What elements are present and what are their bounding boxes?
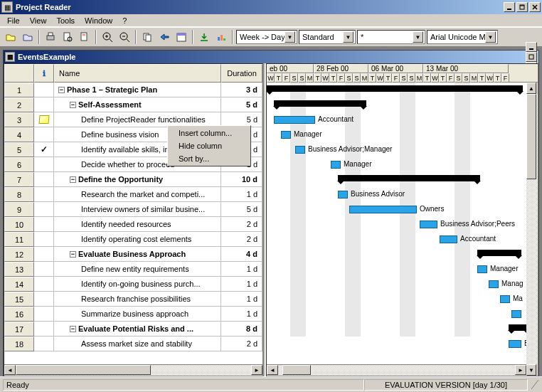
table-row[interactable]: 2−Self-Assessment5 d bbox=[4, 97, 262, 112]
scroll-thumb[interactable] bbox=[526, 94, 536, 179]
gantt-task-bar[interactable] bbox=[477, 265, 487, 273]
export-icon[interactable] bbox=[196, 29, 212, 45]
scroll-thumb[interactable] bbox=[282, 365, 311, 375]
task-name-cell[interactable]: Define new entity requirements bbox=[54, 262, 221, 277]
task-name-cell[interactable]: −Phase 1 – Strategic Plan bbox=[54, 83, 221, 97]
row-number[interactable]: 7 bbox=[4, 172, 34, 187]
copy-icon[interactable] bbox=[139, 29, 155, 45]
gantt-summary-bar[interactable] bbox=[338, 175, 480, 181]
scroll-thumb[interactable] bbox=[16, 365, 151, 375]
table-row[interactable]: 8Research the market and competi...1 d bbox=[4, 187, 262, 202]
zoomin-icon[interactable] bbox=[100, 29, 115, 45]
gantt-task-bar[interactable] bbox=[295, 146, 305, 154]
gantt-task-bar[interactable] bbox=[511, 310, 521, 318]
row-number[interactable]: 17 bbox=[4, 322, 34, 337]
maximize-button[interactable] bbox=[516, 2, 528, 12]
open-icon[interactable] bbox=[3, 29, 18, 45]
row-number[interactable]: 12 bbox=[4, 247, 34, 262]
gantt-hscrollbar[interactable]: ◄ ► bbox=[267, 364, 526, 376]
row-number[interactable]: 2 bbox=[4, 97, 34, 112]
table-row[interactable]: 16Summarize business approach1 d bbox=[4, 307, 262, 322]
collapse-icon[interactable]: − bbox=[70, 251, 76, 258]
close-button[interactable] bbox=[529, 2, 541, 12]
col-header-name[interactable]: Name bbox=[54, 64, 221, 83]
collapse-icon[interactable]: − bbox=[70, 176, 76, 183]
menu-tools[interactable]: Tools bbox=[52, 16, 79, 26]
table-row[interactable]: 18Assess market size and stability2 d bbox=[4, 337, 262, 351]
row-number[interactable]: 6 bbox=[4, 157, 34, 172]
child-minimize-button[interactable] bbox=[526, 42, 537, 52]
gantt-task-bar[interactable] bbox=[331, 161, 341, 169]
col-header-duration[interactable]: Duration bbox=[221, 64, 262, 83]
gantt-vscrollbar[interactable]: ▲ ▼ bbox=[526, 83, 538, 376]
menu-view[interactable]: View bbox=[26, 16, 51, 26]
chart-icon[interactable] bbox=[213, 29, 229, 45]
row-number[interactable]: 3 bbox=[4, 112, 34, 127]
collapse-icon[interactable]: − bbox=[70, 326, 76, 332]
scroll-right-icon[interactable]: ► bbox=[251, 365, 262, 375]
row-number[interactable]: 13 bbox=[4, 262, 34, 277]
row-number[interactable]: 18 bbox=[4, 337, 34, 351]
task-name-cell[interactable]: −Define the Opportunity bbox=[54, 172, 221, 187]
gantt-task-bar[interactable] bbox=[489, 280, 499, 288]
row-number[interactable]: 5 bbox=[4, 142, 34, 157]
timescale-combo[interactable]: Week -> Day▼ bbox=[236, 30, 297, 44]
col-header-rownum[interactable] bbox=[4, 64, 34, 83]
task-name-cell[interactable]: Identify on-going business purch... bbox=[54, 277, 221, 292]
minimize-button[interactable] bbox=[504, 2, 515, 12]
child-maximize-button[interactable] bbox=[526, 52, 537, 62]
task-name-cell[interactable]: Summarize business approach bbox=[54, 307, 221, 322]
table-row[interactable]: 9Interview owners of similar busine...5 … bbox=[4, 202, 262, 217]
gantt-task-bar[interactable] bbox=[440, 235, 457, 243]
row-number[interactable]: 8 bbox=[4, 187, 34, 202]
gantt-task-bar[interactable] bbox=[500, 295, 510, 303]
zoomout-icon[interactable] bbox=[117, 29, 132, 45]
grid-hscrollbar[interactable]: ◄ ► bbox=[4, 364, 262, 376]
gantt-task-bar[interactable] bbox=[281, 131, 291, 139]
scroll-up-icon[interactable]: ▲ bbox=[526, 83, 536, 94]
task-name-cell[interactable]: Identify needed resources bbox=[54, 217, 221, 232]
table-row[interactable]: 12−Evaluate Business Approach4 d bbox=[4, 247, 262, 262]
task-name-cell[interactable]: Assess market size and stability bbox=[54, 337, 221, 351]
table-row[interactable]: 17−Evaluate Potential Risks and ...8 d bbox=[4, 322, 262, 337]
row-number[interactable]: 1 bbox=[4, 83, 34, 97]
ctx-insert-column[interactable]: Insert column... bbox=[169, 127, 250, 139]
table-row[interactable]: 10Identify needed resources2 d bbox=[4, 217, 262, 232]
table-row[interactable]: 11Identify operating cost elements2 d bbox=[4, 232, 262, 247]
task-name-cell[interactable]: Research franchise possibilities bbox=[54, 292, 221, 307]
menu-help[interactable]: ? bbox=[118, 16, 131, 26]
gantt-task-bar[interactable] bbox=[274, 116, 315, 124]
gantt-summary-bar[interactable] bbox=[267, 85, 523, 92]
scroll-right-icon[interactable]: ► bbox=[515, 365, 526, 375]
table-row[interactable]: 15Research franchise possibilities1 d bbox=[4, 292, 262, 307]
row-number[interactable]: 11 bbox=[4, 232, 34, 247]
print-icon[interactable] bbox=[43, 29, 58, 45]
openserver-icon[interactable] bbox=[20, 29, 36, 45]
row-number[interactable]: 10 bbox=[4, 217, 34, 232]
menu-file[interactable]: File bbox=[3, 16, 24, 26]
printpreview-icon[interactable] bbox=[60, 29, 75, 45]
menu-window[interactable]: Window bbox=[80, 16, 117, 26]
ctx-hide-column[interactable]: Hide column bbox=[169, 139, 250, 152]
view-combo[interactable]: Standard▼ bbox=[299, 30, 356, 44]
gantt-task-bar[interactable] bbox=[349, 206, 417, 213]
gantt-summary-bar[interactable] bbox=[477, 250, 521, 256]
table-row[interactable]: 7−Define the Opportunity10 d bbox=[4, 172, 262, 187]
col-header-info[interactable]: ℹ bbox=[34, 64, 54, 83]
goto-icon[interactable] bbox=[156, 29, 172, 45]
gantt-task-bar[interactable] bbox=[338, 191, 348, 198]
task-name-cell[interactable]: −Evaluate Potential Risks and ... bbox=[54, 322, 221, 337]
page-setup-icon[interactable] bbox=[77, 29, 92, 45]
task-name-cell[interactable]: −Self-Assessment bbox=[54, 97, 221, 112]
task-name-cell[interactable]: −Evaluate Business Approach bbox=[54, 247, 221, 262]
row-number[interactable]: 14 bbox=[4, 277, 34, 292]
resize-grip-icon[interactable] bbox=[528, 380, 539, 390]
table-row[interactable]: 1−Phase 1 – Strategic Plan3 d bbox=[4, 83, 262, 97]
scroll-left-icon[interactable]: ◄ bbox=[4, 365, 16, 375]
filter-combo[interactable]: *▼ bbox=[357, 30, 425, 44]
row-number[interactable]: 4 bbox=[4, 127, 34, 142]
scroll-down-icon[interactable]: ▼ bbox=[526, 364, 536, 376]
scroll-left-icon[interactable]: ◄ bbox=[267, 365, 278, 375]
row-number[interactable]: 9 bbox=[4, 202, 34, 217]
font-combo[interactable]: Arial Unicode MS▼ bbox=[427, 30, 498, 44]
